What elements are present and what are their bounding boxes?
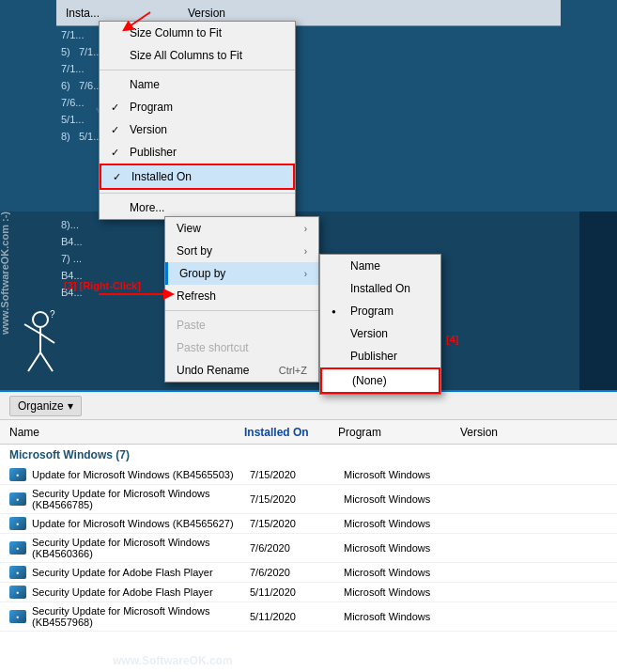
- menu-size-all-columns[interactable]: Size All Columns to Fit: [100, 44, 295, 67]
- chevron-right-icon: ›: [304, 269, 307, 279]
- stickman-illustration: ?: [17, 310, 64, 385]
- right-decoration: [579, 211, 617, 390]
- menu-label: Publisher: [130, 146, 177, 159]
- row-installed: 7/6/2020: [250, 542, 344, 554]
- col-header-installed-on[interactable]: Installed On: [244, 426, 338, 439]
- menu-separator: [165, 310, 318, 311]
- context-menu-2: View › Sort by › Group by › Refresh Past…: [164, 216, 319, 383]
- menu2-sortby[interactable]: Sort by ›: [165, 240, 318, 262]
- annotation-4: [4]: [446, 334, 458, 345]
- arrow-1-icon: [122, 8, 160, 36]
- menu2-undo-rename[interactable]: Undo Rename Ctrl+Z: [165, 359, 318, 382]
- col-header-program[interactable]: Program: [338, 426, 460, 439]
- row-name: Update for Microsoft Windows (KB4565503): [32, 469, 250, 480]
- menu-name[interactable]: Name: [100, 73, 295, 96]
- svg-line-5: [40, 334, 54, 343]
- row-icon: ▪: [9, 492, 26, 506]
- row-name: Security Update for Microsoft Windows (K…: [32, 488, 250, 510]
- menu3-version[interactable]: Version: [320, 322, 440, 345]
- menu-label: Name: [350, 259, 380, 273]
- menu-label: Refresh: [177, 289, 216, 303]
- menu-label: Version: [130, 123, 167, 136]
- menu3-name[interactable]: Name: [320, 255, 440, 277]
- table-row[interactable]: ▪ Update for Microsoft Windows (KB456562…: [0, 514, 617, 534]
- context-menu-1: Size Column to Fit Size All Columns to F…: [99, 21, 296, 220]
- menu-label: Group by: [179, 267, 225, 280]
- row-icon: ▪: [9, 586, 26, 599]
- row-program: Microsoft Windows: [344, 611, 466, 622]
- menu-publisher[interactable]: ✓ Publisher: [100, 141, 295, 164]
- watermark-left: www.SoftwareOK.com :-): [0, 211, 10, 335]
- menu-label: Paste: [177, 319, 206, 332]
- menu-installed-on[interactable]: ✓ Installed On: [100, 164, 295, 190]
- row-icon: ▪: [9, 541, 26, 555]
- svg-line-4: [24, 324, 40, 334]
- menu2-refresh[interactable]: Refresh: [165, 285, 318, 307]
- row-installed: 7/15/2020: [250, 518, 344, 529]
- row-program: Microsoft Windows: [344, 493, 466, 505]
- menu-label: Program: [350, 305, 393, 318]
- table-row[interactable]: ▪ Security Update for Microsoft Windows …: [0, 485, 617, 514]
- table-row[interactable]: ▪ Security Update for Microsoft Windows …: [0, 602, 617, 632]
- watermark-bottom: www.SoftwareOK.com: [113, 654, 233, 667]
- menu3-program[interactable]: ● Program: [320, 300, 440, 322]
- menu-separator: [100, 70, 295, 70]
- row-name: Security Update for Adobe Flash Player: [32, 567, 250, 578]
- check-icon: ✓: [111, 124, 124, 136]
- menu-version[interactable]: ✓ Version: [100, 118, 295, 141]
- menu-label: Installed On: [131, 170, 192, 183]
- group-header: Microsoft Windows (7): [0, 445, 617, 465]
- svg-line-7: [40, 352, 53, 371]
- menu-label: Sort by: [177, 244, 212, 258]
- menu2-paste-shortcut[interactable]: Paste shortcut: [165, 336, 318, 359]
- menu-label: Undo Rename: [177, 364, 249, 377]
- table-row[interactable]: ▪ Security Update for Adobe Flash Player…: [0, 583, 617, 602]
- menu-label: Size All Columns to Fit: [130, 49, 242, 62]
- menu3-installed-on[interactable]: Installed On: [320, 277, 440, 300]
- menu2-paste[interactable]: Paste: [165, 314, 318, 336]
- row-name: Update for Microsoft Windows (KB4565627): [32, 518, 250, 529]
- menu-label: Name: [130, 78, 160, 91]
- row-icon: ▪: [9, 517, 26, 530]
- menu2-groupby[interactable]: Group by ›: [165, 262, 318, 285]
- col-header-version[interactable]: Version: [460, 426, 535, 439]
- table-row[interactable]: ▪ Security Update for Adobe Flash Player…: [0, 563, 617, 583]
- row-program: Microsoft Windows: [344, 567, 466, 578]
- row-installed: 7/15/2020: [250, 469, 344, 480]
- row-program: Microsoft Windows: [344, 469, 466, 480]
- row-name: Security Update for Adobe Flash Player: [32, 586, 250, 598]
- check-icon: ✓: [113, 171, 126, 183]
- row-installed: 7/6/2020: [250, 567, 344, 578]
- svg-point-2: [33, 312, 48, 327]
- organize-arrow-icon: ▾: [68, 399, 73, 413]
- shortcut-label: Ctrl+Z: [279, 365, 307, 376]
- context-menu-3: Name Installed On ● Program Version Publ…: [319, 254, 441, 395]
- col-header-name[interactable]: Name: [9, 426, 244, 439]
- menu3-none[interactable]: (None): [320, 367, 440, 394]
- row-icon: ▪: [9, 468, 26, 481]
- table-row[interactable]: ▪ Update for Microsoft Windows (KB456550…: [0, 465, 617, 485]
- menu-label: View: [177, 222, 201, 235]
- organize-button[interactable]: Organize ▾: [9, 396, 82, 416]
- row-name: Security Update for Microsoft Windows (K…: [32, 605, 250, 628]
- menu-label: (None): [352, 374, 387, 387]
- svg-text:?: ?: [50, 310, 55, 320]
- svg-line-0: [127, 12, 150, 28]
- list-bg-row: B4...: [56, 233, 160, 250]
- list-bg-row: 7) ...: [56, 250, 160, 267]
- menu-label: Publisher: [350, 350, 397, 363]
- check-icon: ✓: [111, 147, 124, 159]
- chevron-right-icon: ›: [304, 246, 307, 257]
- menu2-view[interactable]: View ›: [165, 217, 318, 240]
- file-explorer-panel: Organize ▾ Sort [5] Name Installed On Pr…: [0, 390, 617, 672]
- arrow-3-icon: [94, 280, 178, 308]
- menu-label: More...: [130, 201, 164, 214]
- row-program: Microsoft Windows: [344, 586, 466, 598]
- row-program: Microsoft Windows: [344, 542, 466, 554]
- row-icon: ▪: [9, 610, 26, 623]
- organize-label: Organize: [18, 399, 64, 413]
- row-installed: 5/11/2020: [250, 611, 344, 622]
- menu-program[interactable]: ✓ Program: [100, 96, 295, 118]
- menu3-publisher[interactable]: Publisher: [320, 345, 440, 367]
- table-row[interactable]: ▪ Security Update for Microsoft Windows …: [0, 534, 617, 563]
